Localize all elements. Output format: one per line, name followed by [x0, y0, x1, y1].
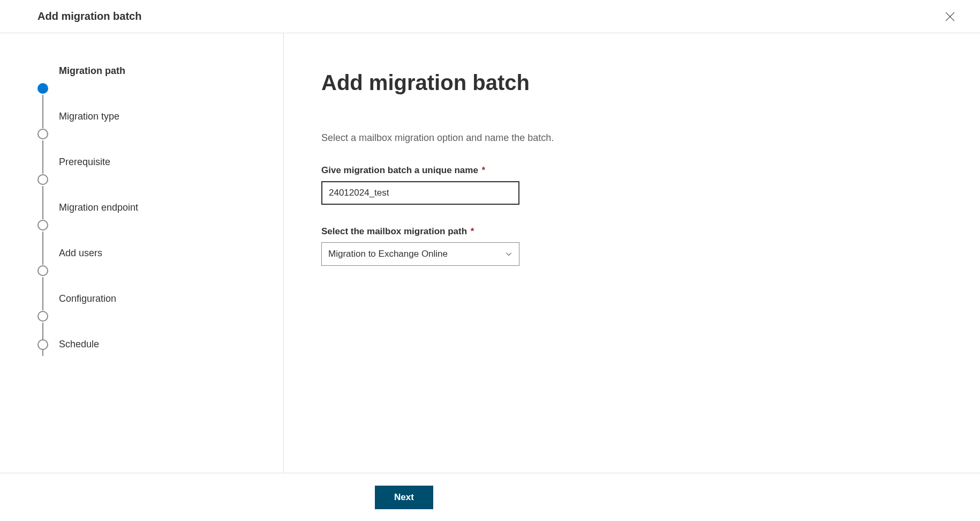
batch-name-group: Give migration batch a unique name * — [321, 165, 937, 205]
step-indicator-icon — [37, 129, 48, 139]
step-label: Add users — [59, 248, 102, 259]
body-container: Migration path Migration type Prerequisi… — [0, 33, 980, 473]
required-indicator: * — [482, 165, 486, 175]
step-connector — [42, 140, 43, 174]
step-indicator-icon — [37, 311, 48, 322]
step-configuration[interactable]: Configuration — [37, 293, 262, 339]
step-schedule[interactable]: Schedule — [37, 339, 262, 350]
step-label: Migration path — [59, 65, 125, 77]
dropdown-selected-value: Migration to Exchange Online — [328, 249, 448, 259]
migration-path-label: Select the mailbox migration path * — [321, 226, 937, 237]
batch-name-input[interactable] — [321, 181, 519, 205]
batch-name-label: Give migration batch a unique name * — [321, 165, 937, 176]
step-connector — [42, 186, 43, 219]
main-content: Add migration batch Select a mailbox mig… — [284, 33, 980, 473]
step-indicator-icon — [37, 174, 48, 185]
step-migration-path[interactable]: Migration path — [37, 65, 262, 111]
migration-path-label-text: Select the mailbox migration path — [321, 226, 467, 236]
dialog-header: Add migration batch — [0, 0, 980, 33]
step-label: Migration endpoint — [59, 202, 138, 213]
required-indicator: * — [471, 226, 474, 236]
migration-path-group: Select the mailbox migration path * Migr… — [321, 226, 937, 266]
close-button[interactable] — [941, 8, 959, 25]
step-prerequisite[interactable]: Prerequisite — [37, 157, 262, 202]
step-migration-endpoint[interactable]: Migration endpoint — [37, 202, 262, 248]
step-connector — [42, 95, 43, 128]
step-connector — [42, 232, 43, 265]
step-label: Prerequisite — [59, 157, 110, 168]
chevron-down-icon — [505, 250, 512, 258]
header-title: Add migration batch — [37, 10, 141, 23]
wizard-steps: Migration path Migration type Prerequisi… — [37, 65, 262, 350]
step-connector — [42, 277, 43, 310]
step-indicator-icon — [37, 265, 48, 276]
step-indicator-icon — [37, 83, 48, 94]
page-title: Add migration batch — [321, 71, 937, 95]
step-add-users[interactable]: Add users — [37, 248, 262, 293]
batch-name-label-text: Give migration batch a unique name — [321, 165, 478, 175]
wizard-sidebar: Migration path Migration type Prerequisi… — [0, 33, 284, 473]
step-migration-type[interactable]: Migration type — [37, 111, 262, 157]
dialog-footer: Next — [0, 473, 980, 521]
step-label: Migration type — [59, 111, 119, 122]
step-label: Schedule — [59, 339, 99, 350]
close-icon — [945, 12, 955, 21]
next-button[interactable]: Next — [375, 486, 433, 509]
page-description: Select a mailbox migration option and na… — [321, 132, 937, 144]
step-indicator-icon — [37, 220, 48, 230]
step-indicator-icon — [37, 339, 48, 350]
step-label: Configuration — [59, 293, 116, 304]
migration-path-dropdown[interactable]: Migration to Exchange Online — [321, 242, 519, 266]
